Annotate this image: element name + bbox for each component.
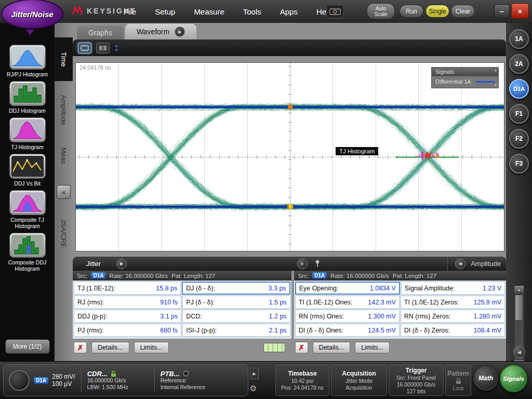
divider bbox=[81, 368, 82, 393]
amplitude-panel-header: Src: D1A Rate: 16.000000 Gb/s Pat. Lengt… bbox=[294, 271, 506, 281]
scrollbar-thumb[interactable] bbox=[515, 295, 523, 321]
status-lamp bbox=[263, 343, 285, 352]
single-button[interactable]: Single bbox=[425, 5, 449, 18]
screenshot-button[interactable] bbox=[326, 5, 344, 18]
amplitude-results-tab[interactable]: Amplitude bbox=[471, 260, 501, 268]
trigger-bits: 127 bits bbox=[407, 388, 426, 394]
collapse-results-button[interactable]: » bbox=[297, 259, 308, 269]
eye-diagram-canvas[interactable] bbox=[76, 63, 504, 251]
measurement-cell[interactable]: TJ (1.0E-12):15.8 ps bbox=[74, 282, 181, 295]
scroll-panels-left-button[interactable]: ◀ bbox=[455, 259, 466, 269]
channel-button-d1a[interactable]: D1A bbox=[509, 79, 529, 99]
menu-setup[interactable]: Setup bbox=[155, 7, 175, 16]
auto-scale-line2: Scale bbox=[374, 11, 387, 17]
minimize-button[interactable]: – bbox=[494, 4, 510, 18]
measurement-cell[interactable]: DI (δ - δ) Ones:124.5 mV bbox=[295, 324, 400, 337]
measurement-label: TJ (1.0E-12): bbox=[77, 285, 115, 292]
jitter-limits-button[interactable]: Limits... bbox=[134, 342, 169, 353]
legend-entry[interactable]: Differential 1A bbox=[432, 76, 498, 88]
measurement-cell[interactable]: RJ (rms):910 fs bbox=[74, 296, 181, 309]
measurement-cell[interactable]: PJ (δ - δ):1.5 ps bbox=[182, 296, 290, 309]
channel-button-f3[interactable]: F3 bbox=[509, 154, 529, 174]
vtab-amplitude[interactable]: Amplitude bbox=[55, 84, 73, 136]
measurement-cell[interactable]: TI (1.0E-12) Ones:142.3 mV bbox=[295, 296, 400, 309]
measurement-cell[interactable]: ISI-J (p-p):2.1 ps bbox=[182, 324, 290, 337]
math-button[interactable]: Math bbox=[473, 366, 498, 391]
amplitude-details-button[interactable]: Details... bbox=[313, 342, 351, 353]
channel-knob[interactable] bbox=[9, 370, 30, 391]
acquisition-panel[interactable]: Acquisition Jitter Mode Acquisition bbox=[331, 365, 387, 396]
menu-measure[interactable]: Measure bbox=[194, 7, 224, 16]
timebase-panel[interactable]: Timebase 10.42 ps/ Pos: 24.04178 ns bbox=[275, 365, 329, 396]
tab-waveform[interactable]: Waveform ▶ bbox=[125, 24, 196, 39]
sidebar-item-label: DDJ Histogram bbox=[4, 108, 51, 114]
tj-histogram-label[interactable]: TJ Histogram bbox=[336, 147, 378, 155]
auto-scale-button[interactable]: Auto Scale bbox=[367, 3, 395, 19]
close-amplitude-panel-button[interactable]: ✗ bbox=[295, 342, 308, 353]
legend-scroll-up-icon[interactable]: ▲ bbox=[494, 69, 497, 72]
measurement-cell[interactable]: Signal Amplitude:1.23 V bbox=[401, 282, 505, 295]
clear-button[interactable]: Clear bbox=[451, 5, 475, 18]
sidebar-item-ddj-histogram[interactable]: DDJ Histogram bbox=[2, 81, 53, 114]
signals-button[interactable]: Signals bbox=[500, 365, 527, 392]
amplitude-limits-button[interactable]: Limits... bbox=[355, 342, 390, 353]
measurement-cell-selected[interactable]: Eye Opening:1.0834 V bbox=[295, 282, 400, 295]
menu-tools[interactable]: Tools bbox=[243, 7, 261, 16]
sidebar-item-rjpj-histogram[interactable]: RJ/PJ Histogram bbox=[2, 45, 53, 77]
measurement-cell[interactable]: TI (1.0E-12) Zeros:125.9 mV bbox=[401, 296, 505, 309]
close-button[interactable]: × bbox=[511, 3, 529, 19]
ptb-status-panel[interactable]: PTB... Reference: Internal Reference bbox=[161, 370, 224, 391]
measurement-cell[interactable]: DDJ (p-p):3.1 ps bbox=[74, 310, 181, 323]
jitter-details-button[interactable]: Details... bbox=[91, 342, 129, 353]
vtab-meas[interactable]: Meas bbox=[55, 140, 73, 171]
main-content: Time Amplitude Meas « JSA/CRE Graphs Wav… bbox=[55, 23, 506, 361]
tab-menu-icon[interactable]: ▶ bbox=[175, 26, 185, 37]
menu-apps[interactable]: Apps bbox=[280, 7, 298, 16]
app-badge[interactable]: Jitter/Noise bbox=[1, 0, 63, 29]
tab-graphs[interactable]: Graphs bbox=[77, 25, 124, 39]
collapse-results-panel-button[interactable]: ◀ bbox=[513, 346, 525, 358]
channel-button-2a[interactable]: 2A bbox=[509, 54, 529, 74]
settings-gear-button[interactable]: ⚙ bbox=[249, 383, 257, 393]
cdr-status-panel[interactable]: CDR... 16.000000 Gb/s LBW: 1.500 MHz bbox=[87, 370, 149, 391]
channel-button-f2[interactable]: F2 bbox=[509, 129, 529, 149]
sidebar-item-composite-tj-histogram[interactable]: Composite TJ Histogram bbox=[2, 190, 53, 229]
menu-file[interactable]: File bbox=[124, 7, 136, 16]
pin-icon[interactable] bbox=[315, 260, 320, 268]
measurement-cell[interactable]: DCD:1.2 ps bbox=[182, 310, 290, 323]
run-button[interactable]: Run bbox=[400, 5, 423, 18]
vtab-time[interactable]: Time bbox=[55, 37, 73, 81]
sidebar-item-composite-ddj-histogram[interactable]: Composite DDJ Histogram bbox=[2, 233, 53, 272]
sidebar-item-label: Composite DDJ Histogram bbox=[4, 259, 51, 272]
scroll-up-button[interactable]: ▲ bbox=[514, 286, 524, 294]
channel-button-1a[interactable]: 1A bbox=[509, 29, 529, 49]
close-jitter-panel-button[interactable]: ✗ bbox=[74, 342, 87, 353]
sidebar-item-ddj-vs-bit[interactable]: DDJ Vs Bit bbox=[2, 154, 53, 187]
source-badge[interactable]: D1A bbox=[91, 272, 105, 279]
source-badge[interactable]: D1A bbox=[312, 272, 327, 279]
measurement-cell[interactable]: PJ (rms):680 fs bbox=[74, 324, 181, 337]
waveform-display: 24.04178 ns ▲ Signals Differential 1A ▼ … bbox=[75, 62, 504, 251]
measurement-value: 124.5 mV bbox=[368, 327, 396, 334]
measurement-cell[interactable]: RN (rms) Ones:1.300 mV bbox=[295, 310, 400, 323]
measurement-cell[interactable]: RN (rms) Zeros:1.280 mV bbox=[401, 310, 505, 323]
expand-cluster-button[interactable]: ▶ bbox=[250, 368, 259, 379]
pattern-lock-panel[interactable]: Pattern Lock bbox=[445, 365, 471, 396]
measurement-cell[interactable]: DI (δ - δ) Zeros:108.4 mV bbox=[401, 324, 505, 337]
legend-scroll-down-icon[interactable]: ▼ bbox=[494, 84, 497, 87]
channel-button-f1[interactable]: F1 bbox=[509, 104, 529, 124]
more-measurements-button[interactable]: More (1/2) bbox=[5, 339, 50, 354]
signals-legend[interactable]: ▲ Signals Differential 1A ▼ bbox=[431, 67, 499, 88]
eye-view-button[interactable] bbox=[78, 43, 91, 54]
trigger-panel[interactable]: Trigger Src: Front Panel 16.000000 Gb/s … bbox=[389, 365, 444, 396]
split-view-button[interactable] bbox=[96, 43, 110, 54]
collapse-sidebar-button[interactable]: « bbox=[57, 185, 71, 199]
measurement-cell-selected[interactable]: DJ (δ - δ):3.3 ps bbox=[182, 282, 290, 295]
sidebar-item-label: DDJ Vs Bit bbox=[4, 180, 51, 187]
jitter-tab-menu-icon[interactable]: ▶ bbox=[116, 259, 127, 269]
sidebar-item-tj-histogram[interactable]: TJ Histogram bbox=[2, 117, 53, 150]
vtab-jsa-cre[interactable]: JSA/CRE bbox=[55, 205, 73, 262]
jitter-results-tab[interactable]: Jitter bbox=[86, 260, 101, 268]
signal-settings-cluster[interactable]: D1A 280 mV/ 100 µV CDR... 16.000000 Gb/s… bbox=[3, 364, 248, 396]
pattern-length-label: Pat. Length: 127 bbox=[171, 273, 215, 279]
